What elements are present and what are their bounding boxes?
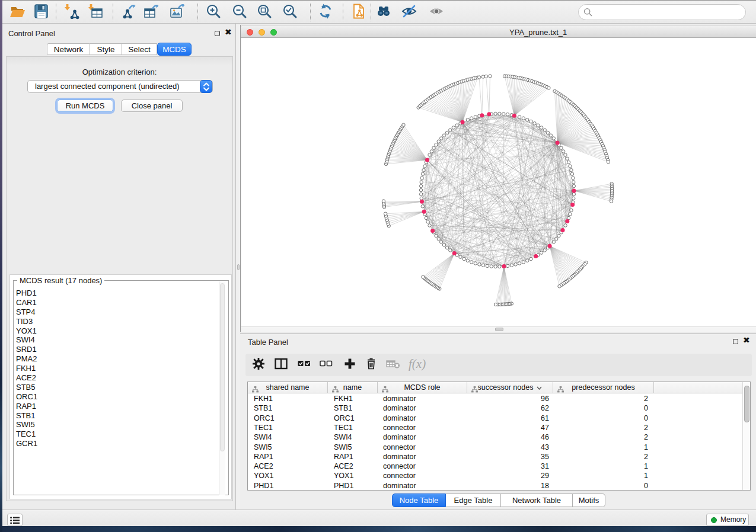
table-row[interactable]: ACE2ACE2connector311	[248, 462, 750, 471]
mcds-node-item[interactable]: RAP1	[15, 402, 219, 411]
close-panel-button[interactable]: Close panel	[121, 100, 183, 112]
table-scrollbar[interactable]	[742, 382, 750, 490]
close-window-button[interactable]	[247, 29, 253, 36]
result-list-scrollbar[interactable]	[219, 281, 225, 495]
add-row-icon[interactable]	[344, 358, 356, 372]
table-cell: RAP1	[334, 452, 375, 462]
mcds-node-item[interactable]: SRD1	[15, 345, 219, 354]
table-row[interactable]: YOX1YOX1connector291	[248, 471, 750, 480]
toolbar-separator	[113, 4, 113, 21]
delete-row-icon[interactable]	[365, 358, 377, 372]
tab-style[interactable]: Style	[90, 43, 122, 55]
refresh-view-icon[interactable]	[317, 3, 335, 21]
zoom-out-icon[interactable]	[231, 3, 249, 21]
table-cell: 2	[555, 432, 648, 442]
column-header-MCDS-role[interactable]: MCDS role	[378, 382, 467, 393]
table-cell: YOX1	[254, 471, 325, 480]
column-header-shared-name[interactable]: shared name	[248, 382, 328, 393]
select-all-icon[interactable]	[298, 358, 311, 372]
table-cell: 35	[469, 452, 549, 462]
import-table-icon[interactable]	[87, 3, 104, 21]
maximize-window-button[interactable]	[270, 29, 277, 36]
tab-network[interactable]: Network	[47, 43, 90, 55]
float-window-icon[interactable]	[215, 31, 220, 36]
column-header-name[interactable]: name	[328, 382, 378, 393]
table-row[interactable]: SWI4SWI4dominator462	[248, 432, 750, 442]
close-panel-icon[interactable]: ✖	[225, 27, 232, 37]
close-table-panel-icon[interactable]: ✖	[743, 335, 750, 345]
memory-button[interactable]: Memory	[706, 514, 749, 526]
share-document-icon[interactable]	[350, 3, 368, 21]
open-file-icon[interactable]	[9, 3, 27, 21]
mcds-node-item[interactable]: PMA2	[15, 354, 219, 364]
mcds-node-item[interactable]: TEC1	[15, 430, 219, 439]
table-header: shared name name MCDS role successor nod…	[248, 382, 750, 393]
deselect-all-icon[interactable]	[320, 358, 333, 372]
mcds-node-item[interactable]: STB1	[15, 411, 219, 421]
mcds-node-item[interactable]: FKH1	[15, 364, 219, 373]
hide-graphics-icon[interactable]	[401, 3, 419, 21]
mcds-node-item[interactable]: SWI4	[15, 335, 219, 345]
zoom-fit-icon[interactable]	[256, 3, 274, 21]
mcds-node-item[interactable]: ORC1	[15, 392, 219, 402]
mcds-node-item[interactable]: STB5	[15, 383, 219, 392]
zoom-selected-icon[interactable]	[282, 3, 299, 21]
mcds-node-item[interactable]: GCR1	[15, 439, 219, 448]
table-cell: 2	[555, 452, 648, 462]
tab-select[interactable]: Select	[122, 43, 157, 55]
table-cell: 1	[555, 443, 648, 452]
mcds-node-item[interactable]: STP4	[15, 307, 219, 317]
mcds-node-item[interactable]: TID3	[15, 317, 219, 326]
network-hscrollbar[interactable]	[241, 326, 756, 332]
tab-network-table[interactable]: Network Table	[501, 493, 573, 507]
show-graphics-icon[interactable]	[428, 3, 446, 21]
minimize-window-button[interactable]	[259, 29, 265, 36]
criterion-dropdown-value: largest connected component (undirected)	[35, 82, 180, 91]
run-mcds-button[interactable]: Run MCDS	[57, 100, 113, 112]
network-window-titlebar[interactable]: YPA_prune.txt_1	[241, 25, 756, 38]
column-header-successor-nodes[interactable]: successor nodes	[467, 382, 553, 393]
network-graph	[241, 38, 756, 326]
table-row[interactable]: ORC1ORC1dominator610	[248, 414, 750, 423]
network-hscrollbar-thumb[interactable]	[495, 328, 503, 331]
search-binoculars-icon[interactable]	[375, 3, 393, 21]
mcds-node-item[interactable]: SWI5	[15, 420, 219, 430]
export-table-icon[interactable]	[143, 3, 161, 21]
tab-node-table[interactable]: Node Table	[392, 493, 446, 507]
float-table-panel-icon[interactable]	[733, 339, 738, 344]
export-image-icon[interactable]	[169, 3, 187, 21]
zoom-in-icon[interactable]	[205, 3, 223, 21]
result-list-scrollbar-thumb[interactable]	[220, 283, 225, 451]
mcds-node-item[interactable]: PHD1	[15, 289, 219, 298]
tab-motifs[interactable]: Motifs	[573, 493, 605, 507]
dropdown-stepper-icon	[200, 80, 212, 93]
table-row[interactable]: PHD1PHD1dominator180	[248, 481, 750, 491]
split-pane-handle[interactable]	[237, 264, 240, 270]
tab-edge-table[interactable]: Edge Table	[446, 493, 501, 507]
table-row[interactable]: STB1STB1dominator620	[248, 403, 750, 413]
table-row[interactable]: FKH1FKH1dominator962	[248, 394, 750, 403]
save-session-icon[interactable]	[33, 3, 50, 21]
table-cell: TEC1	[334, 423, 375, 432]
mcds-node-item[interactable]: CAR1	[15, 298, 219, 307]
table-row[interactable]: RAP1RAP1dominator352	[248, 452, 750, 462]
table-row[interactable]: TEC1TEC1connector472	[248, 423, 750, 432]
column-header-predecessor-nodes[interactable]: predecessor nodes	[553, 382, 654, 393]
table-scrollbar-thumb[interactable]	[744, 386, 749, 422]
mcds-node-item[interactable]: YOX1	[15, 326, 219, 336]
table-cell: 1	[555, 471, 648, 480]
task-history-button[interactable]	[7, 514, 23, 526]
mcds-result-list[interactable]: PHD1CAR1STP4TID3YOX1SWI4SRD1PMA2FKH1ACE2…	[15, 289, 219, 448]
mcds-node-item[interactable]: ACE2	[15, 373, 219, 383]
network-canvas[interactable]	[241, 38, 756, 332]
tab-mcds[interactable]: MCDS	[157, 43, 192, 56]
export-network-icon[interactable]	[120, 3, 138, 21]
toggle-columns-icon[interactable]	[275, 358, 288, 372]
import-network-icon[interactable]	[63, 3, 81, 21]
criterion-dropdown[interactable]: largest connected component (undirected)	[27, 80, 213, 93]
table-row[interactable]: SWI5SWI5connector431	[248, 443, 750, 452]
settings-gear-icon[interactable]	[253, 358, 264, 372]
table-cell: connector	[383, 462, 463, 471]
table-cell: FKH1	[334, 394, 375, 403]
search-input[interactable]	[578, 4, 746, 20]
